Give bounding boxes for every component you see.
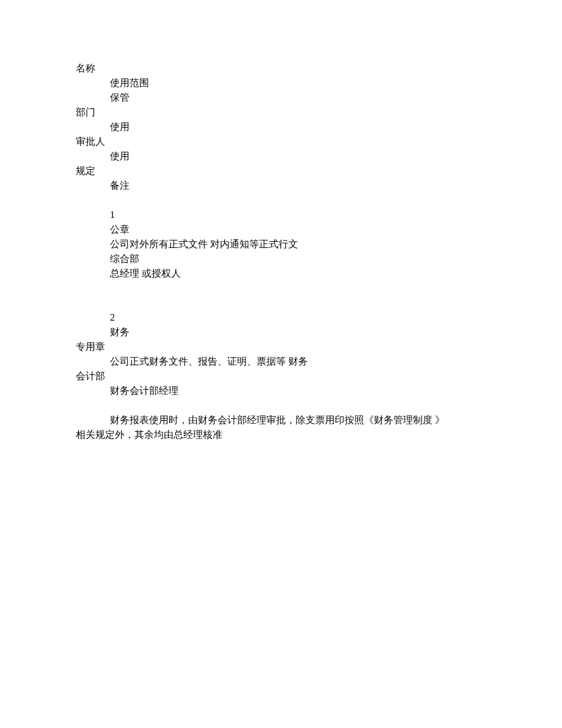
header-custody: 保管 [76,90,486,105]
entry2-usage-scope-part2: 会计部 [76,369,486,384]
entry2-seal-name-part1: 财务 [76,325,486,340]
entry2-seal-name-part2: 专用章 [76,340,486,354]
entry2-number: 2 [76,310,486,325]
header-regulation: 规定 [76,164,486,178]
entry2-regulation-line1: 财务报表使用时，由财务会计部经理审批，除支票用印按照《财务管理制度 》 [76,413,486,428]
entry2-usage-scope-part1: 公司正式财务文件、报告、证明、票据等 财务 [76,354,486,369]
entry2-regulation-line2: 相关规定外，其余均由总经理核准 [76,428,486,442]
entry1-custody-dept: 综合部 [76,252,486,266]
header-approver: 审批人 [76,134,486,149]
header-use1: 使用 [76,120,486,134]
header-name: 名称 [76,61,486,76]
entry1-approver: 总经理 或授权人 [76,266,486,281]
header-department: 部门 [76,105,486,120]
entry1-usage-scope: 公司对外所有正式文件 对内通知等正式行文 [76,237,486,252]
entry2-approver: 财务会计部经理 [76,384,486,398]
entry1-seal-name: 公章 [76,222,486,237]
header-usage-scope: 使用范围 [76,76,486,90]
entry1-number: 1 [76,208,486,222]
header-use2: 使用 [76,149,486,164]
header-remark: 备注 [76,178,486,193]
